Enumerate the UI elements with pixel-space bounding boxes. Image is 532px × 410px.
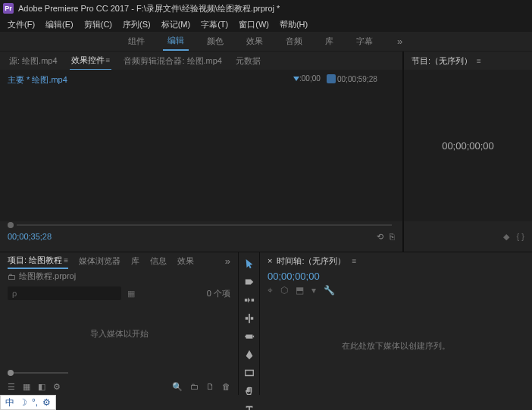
timeline-header: × 时间轴:（无序列） ≡ bbox=[260, 252, 532, 269]
ime-settings-icon[interactable]: ⚙ bbox=[42, 397, 51, 408]
ime-moon-icon[interactable]: ☽ bbox=[19, 397, 27, 408]
tab-audio-mixer[interactable]: 音频剪辑混合器: 绘图.mp4 bbox=[122, 52, 224, 70]
zoom-handle[interactable] bbox=[8, 370, 14, 376]
project-bin[interactable]: 导入媒体以开始 bbox=[0, 303, 238, 365]
new-item-icon[interactable]: 🗋 bbox=[206, 382, 214, 392]
effect-ruler[interactable]: :00;00 00;00;59;28 bbox=[298, 74, 395, 89]
menu-title[interactable]: 字幕(T) bbox=[196, 17, 233, 32]
panel-menu-icon[interactable]: ≡ bbox=[106, 56, 111, 64]
source-footer: 00;00;35;28 ⟲ ⎘ bbox=[0, 221, 402, 252]
sort-icon[interactable]: ⚙ bbox=[53, 382, 61, 392]
timeline-title: 时间轴:（无序列） bbox=[277, 255, 346, 267]
proj-tabs-more[interactable]: » bbox=[225, 255, 230, 267]
menu-help[interactable]: 帮助(H) bbox=[275, 17, 312, 32]
tl-link-icon[interactable]: ⬒ bbox=[296, 285, 304, 296]
ws-tab-audio[interactable]: 音频 bbox=[281, 33, 307, 50]
tab-metadata[interactable]: 元数据 bbox=[234, 52, 262, 70]
loop-icon[interactable]: ⟲ bbox=[377, 232, 383, 242]
tl-snap-icon[interactable]: ⌖ bbox=[268, 285, 273, 296]
filter-icon[interactable]: ▦ bbox=[127, 289, 135, 299]
cti-indicator[interactable]: 00;00;59;28 bbox=[327, 74, 377, 83]
slip-tool[interactable] bbox=[243, 331, 256, 342]
tab-source[interactable]: 源: 绘图.mp4 bbox=[8, 52, 59, 70]
razor-tool[interactable] bbox=[243, 313, 256, 324]
ime-lang-icon[interactable]: 中 bbox=[5, 396, 14, 409]
project-search-row: ▦ 0 个项 bbox=[0, 283, 238, 303]
zoom-slider[interactable] bbox=[8, 368, 230, 377]
source-timecode[interactable]: 00;00;35;28 bbox=[8, 232, 52, 241]
ws-tab-titles[interactable]: 字幕 bbox=[352, 33, 377, 50]
find-icon[interactable]: 🔍 bbox=[172, 382, 183, 392]
marker-icon[interactable]: ◆ bbox=[503, 232, 509, 242]
project-panel: 项目: 绘图教程≡ 媒体浏览器 库 信息 效果 » 🗀 绘图教程.prproj … bbox=[0, 252, 239, 395]
program-monitor: 00;00;00;00 bbox=[404, 70, 532, 221]
menu-marker[interactable]: 标记(M) bbox=[157, 17, 196, 32]
window-title: Adobe Premiere Pro CC 2017 - F:\录屏文件\经验视… bbox=[18, 3, 280, 14]
ws-tab-color[interactable]: 颜色 bbox=[202, 33, 228, 50]
program-header: 节目:（无序列） ≡ bbox=[404, 52, 532, 70]
timeline-controls: ⌖ ⬡ ⬒ ▾ 🔧 bbox=[260, 283, 532, 297]
ws-tab-effects[interactable]: 效果 bbox=[242, 33, 268, 50]
tab-media-browser[interactable]: 媒体浏览器 bbox=[79, 254, 120, 268]
new-bin-icon[interactable]: 🗀 bbox=[190, 382, 199, 392]
cti-badge-icon bbox=[327, 74, 336, 83]
ws-more-button[interactable]: » bbox=[391, 33, 408, 50]
icon-view-icon[interactable]: ▦ bbox=[23, 382, 30, 392]
project-tabs: 项目: 绘图教程≡ 媒体浏览器 库 信息 效果 » bbox=[0, 252, 238, 269]
playhead-icon[interactable] bbox=[293, 77, 299, 81]
type-tool[interactable] bbox=[243, 404, 256, 410]
menu-clip[interactable]: 剪辑(C) bbox=[80, 17, 117, 32]
tab-project[interactable]: 项目: 绘图教程≡ bbox=[8, 253, 68, 269]
snap-icon[interactable]: × bbox=[268, 256, 272, 265]
tl-wrench-icon[interactable]: 🔧 bbox=[324, 285, 335, 296]
workspace-tabs: 组件 编辑 颜色 效果 音频 库 字幕 » bbox=[0, 32, 532, 52]
tab-effect-controls[interactable]: 效果控件≡ bbox=[70, 52, 112, 70]
pen-tool[interactable] bbox=[243, 349, 256, 360]
tab-info[interactable]: 信息 bbox=[150, 254, 167, 268]
rectangle-tool[interactable] bbox=[243, 368, 256, 378]
project-path[interactable]: 🗀 绘图教程.prproj bbox=[0, 269, 238, 283]
effect-controls-content: 主要 * 绘图.mp4 :00;00 00;00;59;28 bbox=[0, 70, 402, 221]
folder-icon: 🗀 bbox=[8, 272, 16, 281]
ws-tab-assembly[interactable]: 组件 bbox=[124, 33, 149, 50]
program-footer: ◆ { } bbox=[404, 221, 532, 252]
item-count: 0 个项 bbox=[207, 288, 230, 299]
tl-marker-icon[interactable]: ⬡ bbox=[280, 285, 288, 296]
ripple-edit-tool[interactable] bbox=[243, 295, 256, 305]
menu-sequence[interactable]: 序列(S) bbox=[118, 17, 155, 32]
timeline-empty-text: 在此处放下媒体以创建序列。 bbox=[342, 340, 450, 352]
scrub-handle[interactable] bbox=[8, 222, 14, 228]
list-view-icon[interactable]: ☰ bbox=[8, 382, 15, 392]
tab-effects[interactable]: 效果 bbox=[177, 254, 194, 268]
search-input[interactable] bbox=[8, 286, 121, 300]
menubar: 文件(F) 编辑(E) 剪辑(C) 序列(S) 标记(M) 字幕(T) 窗口(W… bbox=[0, 17, 532, 32]
titlebar: Pr Adobe Premiere Pro CC 2017 - F:\录屏文件\… bbox=[0, 0, 532, 17]
selection-tool[interactable] bbox=[243, 258, 256, 269]
export-frame-icon[interactable]: ⎘ bbox=[390, 232, 395, 242]
program-timecode: 00;00;00;00 bbox=[442, 140, 494, 152]
proj-menu-icon[interactable]: ≡ bbox=[64, 256, 68, 264]
app-icon: Pr bbox=[3, 3, 14, 14]
hand-tool[interactable] bbox=[243, 386, 256, 396]
menu-file[interactable]: 文件(F) bbox=[3, 17, 39, 32]
delete-icon[interactable]: 🗑 bbox=[222, 382, 230, 392]
empty-bin-text: 导入媒体以开始 bbox=[90, 328, 149, 340]
timeline-menu-icon[interactable]: ≡ bbox=[352, 257, 357, 265]
timeline-tracks[interactable]: 在此处放下媒体以创建序列。 bbox=[260, 297, 532, 395]
program-menu-icon[interactable]: ≡ bbox=[477, 57, 481, 65]
main-area: 源: 绘图.mp4 效果控件≡ 音频剪辑混合器: 绘图.mp4 元数据 主要 *… bbox=[0, 52, 532, 252]
source-scrubber[interactable] bbox=[8, 221, 395, 229]
tl-chevron-icon[interactable]: ▾ bbox=[311, 285, 316, 296]
ws-tab-editing[interactable]: 编辑 bbox=[163, 32, 189, 51]
ime-punct-icon[interactable]: °, bbox=[32, 397, 38, 408]
bracket-icon[interactable]: { } bbox=[517, 232, 524, 241]
timeline-timecode[interactable]: 00;00;00;00 bbox=[260, 269, 532, 283]
source-panel-tabs: 源: 绘图.mp4 效果控件≡ 音频剪辑混合器: 绘图.mp4 元数据 bbox=[0, 52, 402, 70]
freeform-view-icon[interactable]: ◧ bbox=[38, 382, 45, 392]
menu-edit[interactable]: 编辑(E) bbox=[41, 17, 78, 32]
tab-libraries[interactable]: 库 bbox=[131, 254, 139, 268]
ime-toolbar[interactable]: 中 ☽ °, ⚙ bbox=[0, 395, 56, 410]
ws-tab-libraries[interactable]: 库 bbox=[321, 33, 338, 50]
menu-window[interactable]: 窗口(W) bbox=[234, 17, 274, 32]
track-select-tool[interactable] bbox=[243, 277, 256, 287]
